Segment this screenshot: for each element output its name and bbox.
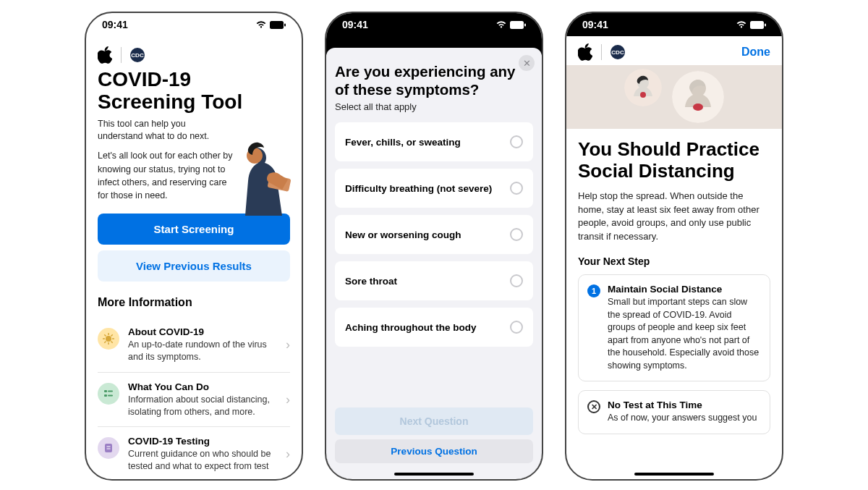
svg-rect-1 [284, 23, 286, 26]
radio-unchecked-icon [510, 274, 523, 287]
svg-point-3 [106, 336, 111, 342]
step-maintain-distance: 1 Maintain Social Distance Small but imp… [578, 274, 770, 381]
chevron-right-icon: › [286, 447, 290, 462]
radio-unchecked-icon [510, 228, 523, 241]
more-information-heading: More Information [98, 296, 290, 309]
battery-icon [510, 21, 526, 29]
brand-logos: CDC [578, 43, 625, 61]
result-title: You Should Practice Social Distancing [578, 139, 770, 182]
step-title: Maintain Social Distance [608, 284, 761, 295]
svg-rect-19 [510, 21, 524, 29]
chevron-right-icon: › [286, 337, 290, 352]
next-question-button[interactable]: Next Question [335, 407, 533, 435]
step-body: Small but important steps can slow the s… [608, 296, 761, 372]
svg-rect-21 [750, 21, 764, 29]
info-title: What You Can Do [128, 381, 277, 392]
status-indicators [495, 20, 526, 29]
person-illustration [224, 135, 302, 236]
result-header: CDC Done [566, 36, 782, 65]
symptom-option-sore-throat[interactable]: Sore throat [335, 261, 533, 300]
svg-line-9 [111, 341, 113, 342]
result-screen-content: CDC Done You Should Practice Social Dist… [566, 36, 782, 479]
question-screen-content: ✕ Are you experiencing any of these symp… [326, 36, 542, 479]
phone-screen-result: 09:41 CDC Done You Should Practice Socia… [565, 12, 783, 481]
step-number-badge: 1 [587, 284, 600, 297]
svg-line-8 [104, 334, 106, 336]
status-indicators [736, 20, 766, 29]
info-desc: Current guidance on who should be tested… [128, 448, 277, 473]
svg-rect-15 [108, 394, 113, 396]
view-previous-results-button[interactable]: View Previous Results [98, 250, 290, 282]
status-time: 09:41 [582, 19, 608, 30]
home-indicator [634, 473, 714, 476]
brand-logos: CDC [86, 36, 302, 68]
status-time: 09:41 [342, 19, 368, 30]
wifi-icon [495, 20, 507, 29]
cdc-logo-icon: CDC [610, 45, 625, 59]
option-label: Aching throughout the body [345, 322, 476, 333]
done-button[interactable]: Done [741, 46, 770, 59]
svg-rect-13 [108, 390, 113, 392]
question-instruction: Select all that apply [335, 101, 533, 112]
home-screen-content: CDC COVID-19 Screening Tool This tool ca… [86, 36, 302, 479]
info-desc: Information about social distancing, iso… [128, 394, 277, 418]
step-body: As of now, your answers suggest you [608, 412, 757, 425]
screening-paragraph: Let's all look out for each other by kno… [98, 149, 235, 202]
option-label: Fever, chills, or sweating [345, 137, 461, 148]
info-row-testing[interactable]: COVID-19 Testing Current guidance on who… [98, 427, 290, 479]
info-title: About COVID-19 [128, 326, 277, 337]
question-title: Are you experiencing any of these sympto… [335, 62, 533, 98]
chevron-right-icon: › [286, 392, 290, 407]
status-time: 09:41 [102, 19, 128, 30]
option-label: Difficulty breathing (not severe) [345, 183, 492, 194]
svg-rect-16 [105, 444, 112, 452]
distance-illustration [566, 65, 782, 129]
battery-icon [270, 21, 286, 29]
screening-subtitle: This tool can help you understand what t… [98, 118, 224, 143]
radio-unchecked-icon [510, 135, 523, 148]
status-indicators [255, 20, 286, 29]
svg-line-10 [104, 341, 106, 342]
x-circle-icon: ✕ [587, 400, 600, 413]
logo-divider [121, 47, 122, 63]
previous-question-button[interactable]: Previous Question [335, 439, 533, 463]
phone-screen-question: 09:41 ✕ Are you experiencing any of thes… [325, 12, 543, 481]
home-indicator [394, 473, 474, 476]
wifi-icon [736, 20, 747, 29]
avatar-right-icon [672, 71, 724, 123]
close-button[interactable]: ✕ [519, 55, 535, 71]
info-row-about[interactable]: About COVID-19 An up-to-date rundown of … [98, 318, 290, 373]
symptom-option-breathing[interactable]: Difficulty breathing (not severe) [335, 169, 533, 208]
radio-unchecked-icon [510, 321, 523, 334]
result-paragraph: Help stop the spread. When outside the h… [578, 190, 770, 244]
radio-unchecked-icon [510, 182, 523, 195]
apple-logo-icon [578, 43, 592, 61]
svg-rect-0 [270, 21, 284, 29]
step-no-test: ✕ No Test at This Time As of now, your a… [578, 390, 770, 434]
next-step-heading: Your Next Step [578, 255, 770, 267]
svg-rect-20 [524, 23, 526, 26]
checklist-icon [98, 383, 119, 405]
info-row-what-can-do[interactable]: What You Can Do Information about social… [98, 373, 290, 428]
svg-rect-22 [765, 23, 766, 26]
option-label: New or worsening cough [345, 229, 461, 240]
step-title: No Test at This Time [608, 400, 757, 410]
status-bar: 09:41 [86, 13, 302, 36]
symptom-option-aching[interactable]: Aching throughout the body [335, 308, 533, 347]
logo-divider [601, 44, 602, 60]
svg-rect-12 [104, 390, 107, 392]
symptom-option-fever[interactable]: Fever, chills, or sweating [335, 122, 533, 161]
avatar-left-icon [624, 69, 662, 106]
info-desc: An up-to-date rundown of the virus and i… [128, 339, 277, 363]
status-bar: 09:41 [326, 13, 542, 36]
apple-logo-icon [98, 46, 112, 64]
question-sheet: ✕ Are you experiencing any of these symp… [326, 48, 542, 479]
phone-screen-home: 09:41 CDC COVID-19 Screening Tool This t… [85, 12, 303, 481]
symptom-option-cough[interactable]: New or worsening cough [335, 215, 533, 254]
svg-line-11 [111, 334, 113, 336]
wifi-icon [255, 20, 267, 29]
cdc-logo-icon: CDC [130, 48, 145, 62]
status-bar: 09:41 [566, 13, 782, 36]
info-title: COVID-19 Testing [128, 436, 277, 447]
screening-title: COVID-19 Screening Tool [98, 68, 290, 114]
